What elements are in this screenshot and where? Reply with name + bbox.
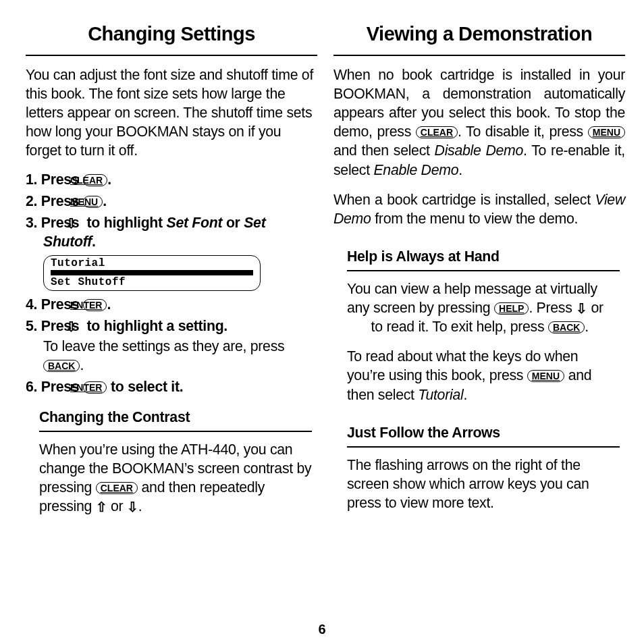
step-5-sub: To leave the settings as they are, press…: [43, 337, 317, 375]
step-5: Press ⇩ to highlight a setting. To leave…: [26, 317, 317, 375]
clear-key: CLEAR: [83, 174, 107, 186]
step-3: Press ⇩ to highlight Set Font or Set Shu…: [26, 213, 317, 251]
back-key: BACK: [43, 360, 80, 372]
screen-line-1: Tutorial: [51, 258, 253, 269]
help-p2: To read about what the keys do when you’…: [347, 347, 620, 404]
menu-key: MENU: [527, 370, 564, 382]
right-column: Viewing a Demonstration When no book car…: [333, 23, 625, 637]
menu-key: MENU: [83, 196, 103, 208]
right-p1: When no book cartridge is installed in y…: [333, 65, 625, 180]
right-p2: When a book cartridge is installed, sele…: [333, 190, 625, 228]
step-6: Press ENTER to select it.: [26, 377, 317, 396]
right-heading: Viewing a Demonstration: [333, 23, 625, 56]
help-p1: You can view a help message at virtually…: [347, 279, 620, 336]
step-2: Press MENU.: [26, 192, 317, 211]
device-screen: Tutorial Set Shutoff: [43, 255, 261, 291]
clear-key: CLEAR: [416, 126, 458, 138]
enter-key: ENTER: [83, 381, 107, 394]
screen-line-3: Set Shutoff: [51, 277, 253, 288]
back-key: BACK: [548, 321, 585, 333]
arrows-callout: Just Follow the Arrows The flashing arro…: [333, 415, 625, 512]
left-column: Changing Settings You can adjust the fon…: [26, 23, 317, 637]
menu-key: MENU: [588, 126, 625, 138]
steps-list-cont: Press ENTER. Press ⇩ to highlight a sett…: [26, 295, 317, 397]
contrast-title: Changing the Contrast: [39, 408, 312, 432]
enter-key: ENTER: [83, 299, 107, 311]
help-title: Help is Always at Hand: [347, 247, 620, 271]
screen-highlight-bar: [51, 270, 253, 275]
arrows-body: The flashing arrows on the right of the …: [347, 456, 620, 512]
arrows-title: Just Follow the Arrows: [347, 423, 620, 448]
contrast-callout: Changing the Contrast When you’re using …: [26, 400, 317, 516]
step-1: Press CLEAR.: [26, 170, 317, 189]
contrast-body: When you’re using the ATH-440, you can c…: [39, 440, 312, 516]
steps-list: Press CLEAR. Press MENU. Press ⇩ to high…: [26, 170, 317, 251]
help-callout: Help is Always at Hand You can view a he…: [333, 239, 625, 404]
clear-key: CLEAR: [96, 482, 138, 494]
left-heading: Changing Settings: [26, 23, 317, 56]
page-number: 6: [0, 622, 644, 637]
left-intro: You can adjust the font size and shutoff…: [26, 65, 317, 161]
help-key: HELP: [494, 302, 529, 315]
step-4: Press ENTER.: [26, 295, 317, 314]
